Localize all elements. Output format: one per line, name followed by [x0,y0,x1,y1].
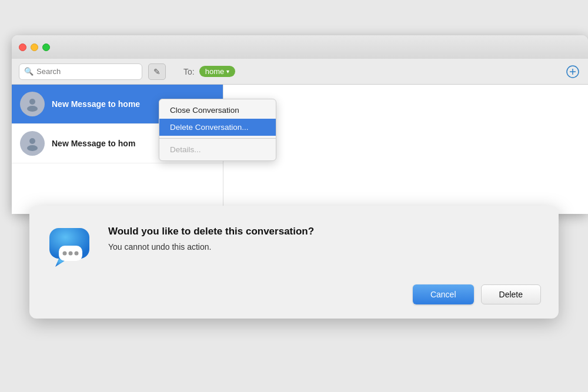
dialog-subtitle: You cannot undo this action. [108,242,541,252]
traffic-lights [19,43,50,51]
menu-item-details: Details... [159,141,276,158]
to-area: To: home ▾ [172,63,581,80]
svg-point-3 [29,99,35,105]
messages-app-icon [47,223,94,270]
toolbar: 🔍 ✎ To: home ▾ [12,59,588,85]
add-button[interactable] [564,63,581,80]
search-input[interactable] [36,67,137,76]
dialog-buttons: Cancel Delete [47,284,541,304]
svg-point-12 [75,252,79,256]
messages-body: New Message to home ✕ New Message to hom [12,85,588,214]
svg-point-6 [27,145,38,151]
recipient-name: home [205,67,225,76]
svg-point-11 [69,252,73,256]
menu-item-delete[interactable]: Delete Conversation... [159,119,276,136]
search-icon: 🔍 [24,67,34,76]
dialog-text: Would you like to delete this conversati… [108,223,541,252]
svg-point-5 [29,138,35,144]
compose-icon: ✎ [153,67,161,76]
avatar-1 [20,92,45,116]
message-area [223,85,588,214]
context-menu: Close Conversation Delete Conversation..… [159,99,276,161]
menu-item-close[interactable]: Close Conversation [159,102,276,119]
dialog-content: Would you like to delete this conversati… [47,223,541,270]
menu-separator [159,138,276,139]
delete-dialog: Would you like to delete this conversati… [29,206,559,319]
close-traffic-light[interactable] [19,43,26,51]
chevron-down-icon: ▾ [226,68,229,75]
to-label: To: [183,67,195,76]
dialog-title: Would you like to delete this conversati… [108,226,541,237]
recipient-chip[interactable]: home ▾ [199,66,236,77]
search-box: 🔍 [19,63,142,80]
cancel-button[interactable]: Cancel [413,284,474,304]
svg-point-4 [27,106,38,112]
fullscreen-traffic-light[interactable] [42,43,50,51]
delete-button[interactable]: Delete [481,284,541,304]
minimize-traffic-light[interactable] [31,43,38,51]
messages-window: 🔍 ✎ To: home ▾ [12,35,588,214]
avatar-2 [20,131,45,156]
title-bar [12,35,588,59]
svg-point-10 [63,252,67,256]
compose-button[interactable]: ✎ [148,63,166,80]
